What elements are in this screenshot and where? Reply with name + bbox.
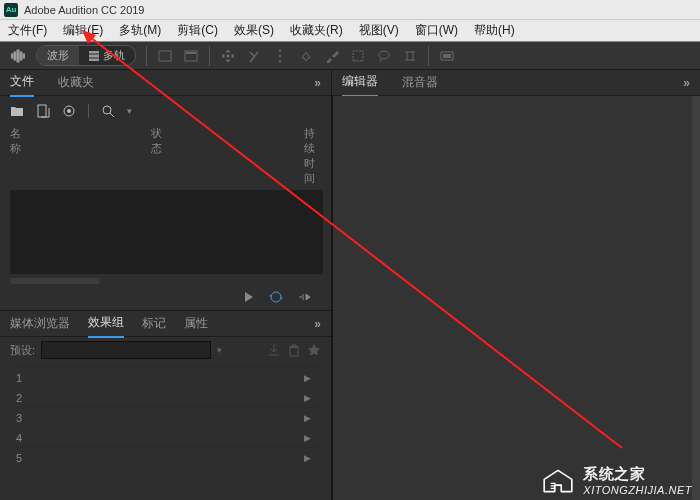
- menu-help[interactable]: 帮助(H): [466, 20, 523, 41]
- menu-favorites[interactable]: 收藏夹(R): [282, 20, 351, 41]
- menu-effects[interactable]: 效果(S): [226, 20, 282, 41]
- tab-overflow-3[interactable]: »: [683, 76, 690, 90]
- svg-point-20: [67, 109, 71, 113]
- watermark: 系统之家 XITONGZHIJIA.NET: [541, 465, 692, 496]
- slot-chevron-icon: ▶: [304, 433, 311, 443]
- dropdown-chevron-icon[interactable]: ▾: [217, 345, 222, 355]
- effect-slot[interactable]: 3▶: [10, 407, 321, 427]
- titlebar: Au Adobe Audition CC 2019: [0, 0, 700, 20]
- tab-effects-rack[interactable]: 效果组: [88, 309, 124, 338]
- preset-delete-icon[interactable]: [287, 343, 301, 357]
- tb-dots-icon[interactable]: [272, 48, 288, 64]
- editor-vscroll[interactable]: [692, 96, 700, 500]
- menu-window[interactable]: 窗口(W): [407, 20, 466, 41]
- tb-freq-icon[interactable]: [183, 48, 199, 64]
- svg-rect-14: [353, 51, 363, 61]
- slot-chevron-icon: ▶: [304, 373, 311, 383]
- view-waveform[interactable]: 波形: [37, 46, 79, 65]
- svg-rect-2: [17, 50, 19, 62]
- effect-slot[interactable]: 2▶: [10, 387, 321, 407]
- content-area: 文件 收藏夹 » ▾ 名称 状态 持续时间: [0, 70, 700, 500]
- col-status[interactable]: 状态: [151, 126, 162, 186]
- toolbar: 波形 多轨: [0, 42, 700, 70]
- tb-lasso-icon[interactable]: [376, 48, 392, 64]
- menu-multitrack[interactable]: 多轨(M): [111, 20, 169, 41]
- tb-spectral-icon[interactable]: [157, 48, 173, 64]
- app-title: Adobe Audition CC 2019: [24, 4, 144, 16]
- menubar: 文件(F) 编辑(E) 多轨(M) 剪辑(C) 效果(S) 收藏夹(R) 视图(…: [0, 20, 700, 42]
- view-toggle: 波形 多轨: [36, 45, 136, 66]
- files-list[interactable]: [10, 190, 323, 274]
- svg-rect-10: [186, 52, 196, 54]
- record-icon[interactable]: [62, 104, 76, 118]
- files-panel: 文件 收藏夹 » ▾ 名称 状态 持续时间: [0, 70, 331, 310]
- menu-view[interactable]: 视图(V): [351, 20, 407, 41]
- col-duration[interactable]: 持续时间: [304, 126, 321, 186]
- tab-overflow-2[interactable]: »: [314, 317, 321, 331]
- play-icon[interactable]: [241, 290, 255, 304]
- svg-rect-18: [38, 105, 46, 117]
- preset-label: 预设:: [10, 343, 35, 358]
- new-file-icon[interactable]: [36, 104, 50, 118]
- effect-slot[interactable]: 5▶: [10, 447, 321, 467]
- svg-rect-4: [23, 54, 25, 58]
- tb-waveform-icon[interactable]: [10, 48, 26, 64]
- preset-import-icon[interactable]: [267, 343, 281, 357]
- effects-slots: 1▶ 2▶ 3▶ 4▶ 5▶: [0, 363, 331, 471]
- loop-icon[interactable]: [269, 290, 283, 304]
- tab-favorites[interactable]: 收藏夹: [58, 69, 94, 96]
- folder-open-icon[interactable]: [10, 104, 24, 118]
- svg-rect-7: [89, 59, 99, 61]
- slot-chevron-icon: ▶: [304, 413, 311, 423]
- svg-rect-8: [159, 51, 171, 61]
- tb-move-icon[interactable]: [220, 48, 236, 64]
- menu-edit[interactable]: 编辑(E): [55, 20, 111, 41]
- editor-area[interactable]: [332, 96, 700, 500]
- app-icon: Au: [4, 3, 18, 17]
- menu-file[interactable]: 文件(F): [0, 20, 55, 41]
- files-tabs: 文件 收藏夹 »: [0, 70, 331, 96]
- tab-properties[interactable]: 属性: [184, 310, 208, 337]
- view-multitrack[interactable]: 多轨: [79, 46, 135, 65]
- svg-point-15: [379, 51, 389, 59]
- menu-clip[interactable]: 剪辑(C): [169, 20, 226, 41]
- tb-heal-icon[interactable]: [298, 48, 314, 64]
- svg-rect-1: [14, 52, 16, 60]
- svg-rect-0: [11, 54, 13, 58]
- svg-point-13: [279, 59, 281, 61]
- effect-slot[interactable]: 1▶: [10, 367, 321, 387]
- tb-brush-icon[interactable]: [324, 48, 340, 64]
- tb-hud-icon[interactable]: [439, 48, 455, 64]
- tb-marquee-icon[interactable]: [350, 48, 366, 64]
- col-name[interactable]: 名称: [10, 126, 21, 186]
- editor-tabs: 编辑器 混音器 »: [332, 70, 700, 96]
- preset-fav-icon[interactable]: [307, 343, 321, 357]
- svg-rect-6: [89, 55, 99, 57]
- svg-point-21: [103, 106, 111, 114]
- effect-slot[interactable]: 4▶: [10, 427, 321, 447]
- svg-rect-3: [20, 52, 22, 60]
- tab-mixer[interactable]: 混音器: [402, 69, 438, 96]
- search-icon[interactable]: [101, 104, 115, 118]
- tab-media-browser[interactable]: 媒体浏览器: [10, 310, 70, 337]
- slot-chevron-icon: ▶: [304, 393, 311, 403]
- left-column: 文件 收藏夹 » ▾ 名称 状态 持续时间: [0, 70, 332, 500]
- tab-files[interactable]: 文件: [10, 68, 34, 97]
- effects-tabs: 媒体浏览器 效果组 标记 属性 »: [0, 311, 331, 337]
- slot-chevron-icon: ▶: [304, 453, 311, 463]
- watermark-logo-icon: [541, 468, 575, 494]
- preset-dropdown[interactable]: [41, 341, 211, 359]
- tb-time-select-icon[interactable]: [402, 48, 418, 64]
- search-dropdown-icon[interactable]: ▾: [127, 106, 132, 116]
- autoplay-icon[interactable]: [297, 290, 311, 304]
- effects-panel: 媒体浏览器 效果组 标记 属性 » 预设: ▾ 1▶ 2▶ 3▶ 4▶ 5▶: [0, 310, 331, 500]
- svg-rect-5: [89, 51, 99, 53]
- svg-point-12: [279, 54, 281, 56]
- svg-rect-17: [443, 54, 451, 58]
- right-column: 编辑器 混音器 »: [332, 70, 700, 500]
- svg-point-11: [279, 49, 281, 51]
- tab-markers[interactable]: 标记: [142, 310, 166, 337]
- tb-razor-icon[interactable]: [246, 48, 262, 64]
- tab-editor[interactable]: 编辑器: [342, 68, 378, 97]
- tab-overflow[interactable]: »: [314, 76, 321, 90]
